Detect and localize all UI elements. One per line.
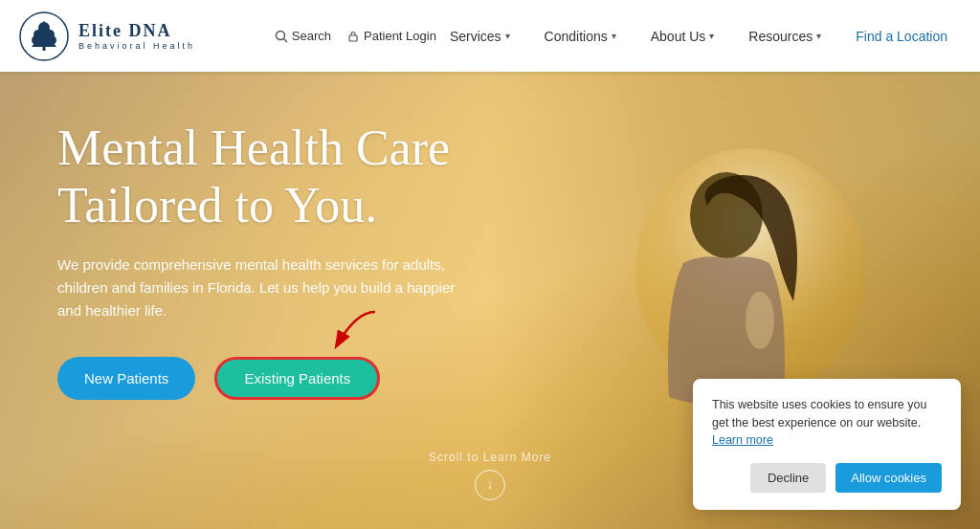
nav-resources-label: Resources	[748, 29, 813, 44]
cookie-learn-more-link[interactable]: Learn more	[712, 433, 773, 447]
chevron-down-icon: ▾	[816, 31, 821, 41]
scroll-down-button[interactable]: ↓	[475, 470, 505, 500]
search-button[interactable]: Search	[275, 29, 331, 43]
nav-about[interactable]: About Us ▾	[637, 21, 728, 52]
nav-links: Services ▾ Conditions ▾ About Us ▾ Resou…	[436, 21, 961, 52]
svg-point-12	[276, 31, 284, 39]
login-label: Patient Login	[364, 29, 436, 43]
decline-button[interactable]: Decline	[750, 463, 826, 493]
logo-icon	[19, 11, 69, 61]
cookie-buttons: Decline Allow cookies	[712, 463, 942, 493]
nav-conditions[interactable]: Conditions ▾	[531, 21, 630, 52]
allow-cookies-button[interactable]: Allow cookies	[835, 463, 942, 493]
svg-point-10	[32, 35, 41, 45]
nav-utilities: Search Patient Login	[275, 29, 436, 43]
hero-title: Mental Health Care Tailored to You.	[57, 120, 517, 234]
brand-title: Elite DNA	[78, 21, 195, 42]
chevron-down-icon: ▾	[505, 31, 510, 41]
nav-conditions-label: Conditions	[545, 29, 608, 44]
nav-resources[interactable]: Resources ▾	[735, 21, 835, 52]
existing-patients-wrapper: Existing Patients	[214, 357, 380, 400]
lock-icon	[346, 30, 360, 43]
chevron-down-icon: ↓	[486, 478, 493, 492]
nav-services-label: Services	[450, 29, 501, 44]
nav-about-label: About Us	[651, 29, 706, 44]
search-label: Search	[292, 29, 331, 43]
patient-login-button[interactable]: Patient Login	[346, 29, 436, 43]
logo-area[interactable]: Elite DNA Behavioral Health	[19, 11, 195, 61]
svg-line-13	[283, 38, 287, 42]
svg-rect-14	[349, 35, 357, 41]
hero-subtitle: We provide comprehensive mental health s…	[57, 253, 459, 322]
arrow-annotation	[308, 307, 385, 360]
scroll-indicator[interactable]: Scroll to Learn More ↓	[429, 451, 551, 500]
brand-subtitle: Behavioral Health	[78, 41, 195, 51]
cookie-text: This website uses cookies to ensure you …	[712, 396, 942, 450]
cookie-notice: This website uses cookies to ensure you …	[693, 379, 961, 510]
new-patients-button[interactable]: New Patients	[57, 357, 195, 400]
chevron-down-icon: ▾	[709, 31, 714, 41]
hero-content: Mental Health Care Tailored to You. We p…	[0, 72, 574, 448]
chevron-down-icon: ▾	[612, 31, 616, 41]
existing-patients-button[interactable]: Existing Patients	[214, 357, 380, 400]
find-location-button[interactable]: Find a Location	[842, 21, 961, 52]
search-icon	[275, 30, 288, 43]
svg-point-11	[47, 35, 56, 45]
svg-point-17	[746, 292, 774, 349]
nav-services[interactable]: Services ▾	[436, 21, 523, 52]
hero-buttons: New Patients Existing Patients	[57, 357, 517, 400]
logo-text: Elite DNA Behavioral Health	[78, 21, 195, 52]
scroll-text: Scroll to Learn More	[429, 451, 551, 464]
navbar: Elite DNA Behavioral Health Search Patie…	[0, 0, 980, 72]
